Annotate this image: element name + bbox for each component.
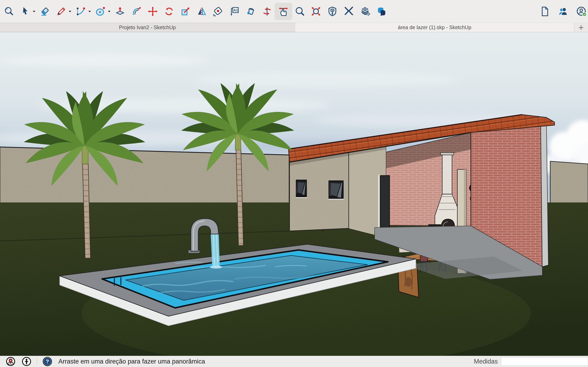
text-tool-button[interactable]: A1 xyxy=(228,3,241,20)
tape-measure-icon xyxy=(213,6,224,17)
circle-icon xyxy=(95,6,106,17)
door xyxy=(378,175,389,228)
zoom-extents-tool-button[interactable] xyxy=(310,3,322,20)
orbit-tool-button[interactable] xyxy=(261,3,273,20)
shield-cube-download-icon xyxy=(327,6,338,17)
window-2 xyxy=(329,180,344,200)
zoom-extents-icon xyxy=(311,6,321,17)
warehouse-download-tool-button[interactable] xyxy=(326,3,338,20)
select-tool-button[interactable] xyxy=(19,3,31,20)
line-tool-dropdown[interactable] xyxy=(68,3,72,20)
magnifier-icon xyxy=(294,6,305,17)
account-button[interactable] xyxy=(576,3,587,20)
statusbar-divider xyxy=(37,358,37,365)
measurements-input[interactable] xyxy=(501,357,588,366)
chat-tool-button[interactable] xyxy=(375,3,388,20)
zoom-camera-tool-button[interactable] xyxy=(294,3,306,20)
window-1 xyxy=(296,180,307,198)
chevron-down-icon xyxy=(32,9,36,13)
toolbar-right-group xyxy=(539,3,587,20)
layers-arrow-icon xyxy=(360,6,371,17)
geolocation-icon xyxy=(6,356,16,367)
offset-tool-button[interactable] xyxy=(130,3,143,20)
circle-tool-button[interactable] xyxy=(94,3,107,20)
human-figure-icon xyxy=(21,356,32,367)
chevron-down-icon xyxy=(88,9,91,13)
paint-bucket-tool-button[interactable] xyxy=(245,3,257,20)
scale-icon xyxy=(180,6,191,17)
tape-measure-tool-button[interactable] xyxy=(212,3,224,20)
orbit-icon xyxy=(261,6,273,17)
rotate-tool-button[interactable] xyxy=(163,3,175,20)
arc-tool-dropdown[interactable] xyxy=(88,3,91,20)
magnifier-icon xyxy=(3,6,15,17)
flip-tool-button[interactable] xyxy=(196,3,208,20)
tab-area-de-lazer[interactable]: área de lazer (1).skp - SketchUp xyxy=(295,23,574,32)
new-document-button[interactable] xyxy=(539,3,550,20)
help-glyph: ? xyxy=(46,359,49,365)
flip-icon xyxy=(196,6,207,17)
chat-bubbles-icon xyxy=(376,6,387,17)
help-button[interactable]: ? xyxy=(42,356,53,367)
circle-tool-dropdown[interactable] xyxy=(107,3,111,20)
select-tool-dropdown[interactable] xyxy=(32,3,36,20)
offset-icon xyxy=(131,6,142,17)
document-tabbar: Projeto Ivan2 - SketchUp área de lazer (… xyxy=(0,23,588,32)
cursor-icon xyxy=(20,6,31,17)
document-icon xyxy=(539,6,550,17)
line-tool-button[interactable] xyxy=(55,3,67,20)
push-pull-icon xyxy=(114,6,126,17)
tab-label: Projeto Ivan2 - SketchUp xyxy=(119,25,176,30)
rotate-icon xyxy=(164,6,174,17)
collaborators-button[interactable] xyxy=(557,3,569,20)
geolocation-button[interactable] xyxy=(5,356,16,367)
eraser-icon xyxy=(39,6,51,17)
account-check-icon xyxy=(576,6,587,17)
text-icon: A1 xyxy=(229,6,240,17)
tab-projeto-ivan2[interactable]: Projeto Ivan2 - SketchUp xyxy=(0,23,295,32)
push-pull-tool-button[interactable] xyxy=(114,3,126,20)
status-hint-text: Arraste em uma direção para fazer uma pa… xyxy=(58,358,205,365)
model-scene xyxy=(0,32,588,356)
plus-icon: + xyxy=(579,22,584,33)
arc-tool-button[interactable] xyxy=(75,3,87,20)
perimeter-wall-right xyxy=(550,161,588,207)
tab-label: área de lazer (1).skp - SketchUp xyxy=(398,25,471,30)
arc-icon xyxy=(75,6,86,17)
chevron-down-icon xyxy=(107,9,111,13)
paint-bucket-icon xyxy=(245,6,256,17)
crossed-chevrons-icon xyxy=(343,6,354,17)
zoom-tool-button[interactable] xyxy=(3,3,15,20)
scale-tool-button[interactable] xyxy=(179,3,191,20)
move-icon xyxy=(147,6,158,17)
chevron-down-icon xyxy=(68,9,72,13)
viewport-canvas[interactable] xyxy=(0,32,588,356)
pan-hand-icon xyxy=(278,6,289,17)
statusbar: ? Arraste em uma direção para fazer uma … xyxy=(0,356,588,367)
layers-export-tool-button[interactable] xyxy=(359,3,371,20)
text-tool-glyph: A1 xyxy=(233,8,238,12)
main-toolbar: A1 xyxy=(0,0,588,23)
move-tool-button[interactable] xyxy=(147,3,159,20)
people-icon xyxy=(558,6,569,17)
measurements-label: Medidas xyxy=(474,358,498,365)
new-tab-button[interactable]: + xyxy=(574,23,588,32)
crossed-chevrons-tool-button[interactable] xyxy=(343,3,355,20)
human-figure-button[interactable] xyxy=(21,356,32,367)
eraser-tool-button[interactable] xyxy=(39,3,51,20)
help-icon: ? xyxy=(42,356,52,367)
measurements-group: Medidas xyxy=(474,357,588,366)
pencil-icon xyxy=(56,6,67,17)
pan-tool-button[interactable] xyxy=(275,3,292,20)
